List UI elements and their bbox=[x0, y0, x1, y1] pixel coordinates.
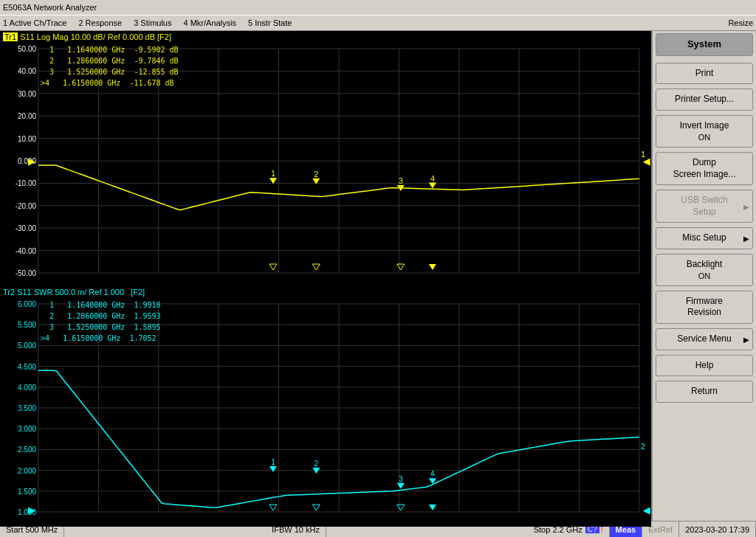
help-button[interactable]: Help bbox=[656, 355, 753, 377]
status-datetime: 2023-03-20 17:39 bbox=[679, 522, 756, 537]
trace1-canvas bbox=[0, 43, 651, 286]
resize-button[interactable]: Resize bbox=[728, 18, 753, 27]
menu-response[interactable]: 2 Response bbox=[78, 18, 122, 27]
chart-area: Tr1 S11 Log Mag 10.00 dB/ Ref 0.000 dB [… bbox=[0, 31, 651, 521]
invert-image-button[interactable]: Invert ImageON bbox=[656, 115, 753, 148]
menu-instr-state[interactable]: 5 Instr State bbox=[248, 18, 292, 27]
menu-bar: 1 Active Ch/Trace 2 Response 3 Stimulus … bbox=[0, 15, 756, 31]
trace2-chart-wrapper: 1 1.1640000 GHz 1.9918 2 1.2860000 GHz 1… bbox=[0, 298, 651, 527]
trace1-active-label: Tr1 bbox=[3, 32, 18, 41]
system-button[interactable]: System bbox=[656, 33, 753, 56]
trace2-header: Tr2 S11 SWR 500.0 m/ Ref 1.000 [F2] bbox=[0, 286, 651, 298]
main-layout: Tr1 S11 Log Mag 10.00 dB/ Ref 0.000 dB [… bbox=[0, 31, 756, 521]
trace1-chart-wrapper: 1 1.1640000 GHz -9.5902 dB 2 1.2860000 G… bbox=[0, 43, 651, 286]
trace1-header: Tr1 S11 Log Mag 10.00 dB/ Ref 0.000 dB [… bbox=[0, 31, 651, 43]
menu-mkr-analysis[interactable]: 4 Mkr/Analysis bbox=[183, 18, 236, 27]
printer-setup-button[interactable]: Printer Setup... bbox=[656, 89, 753, 111]
sidebar: System Print Printer Setup... Invert Ima… bbox=[651, 31, 756, 521]
backlight-button[interactable]: BacklightON bbox=[656, 254, 753, 286]
menu-active-ch[interactable]: 1 Active Ch/Trace bbox=[3, 18, 66, 27]
usb-switch-setup-button[interactable]: USB SwitchSetup▶ bbox=[656, 190, 753, 223]
misc-setup-button[interactable]: Misc Setup▶ bbox=[656, 227, 753, 249]
app-title: E5063A Network Analyzer bbox=[3, 3, 97, 12]
trace2-info: Tr2 S11 SWR 500.0 m/ Ref 1.000 [F2] bbox=[3, 288, 145, 297]
return-button[interactable]: Return bbox=[656, 381, 753, 403]
trace1-info: S11 Log Mag 10.00 dB/ Ref 0.000 dB [F2] bbox=[20, 32, 171, 41]
title-bar: E5063A Network Analyzer bbox=[0, 0, 756, 15]
print-button[interactable]: Print bbox=[656, 63, 753, 85]
service-menu-button[interactable]: Service Menu▶ bbox=[656, 328, 753, 350]
firmware-revision-button[interactable]: FirmwareRevision bbox=[656, 291, 753, 324]
dump-screen-button[interactable]: DumpScreen Image... bbox=[656, 152, 753, 185]
trace2-canvas bbox=[0, 298, 651, 527]
menu-stimulus[interactable]: 3 Stimulus bbox=[134, 18, 171, 27]
